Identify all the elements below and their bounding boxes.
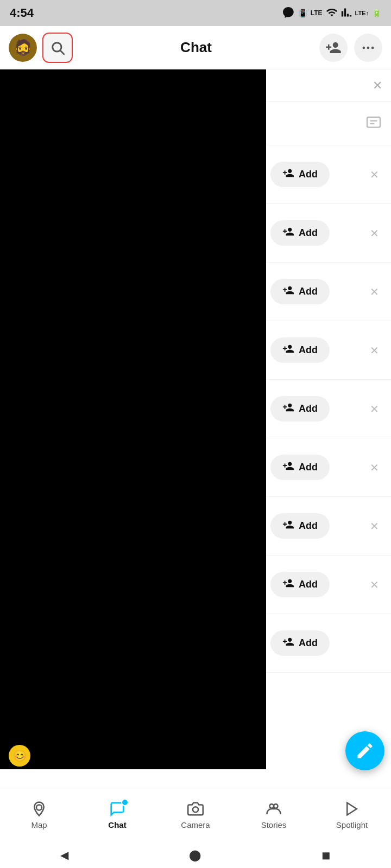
right-panel: ✕ Add ✕ [266, 69, 391, 769]
nav-item-spotlight[interactable]: Spotlight [313, 801, 391, 829]
close-row: ✕ [266, 69, 391, 102]
avatar-image: 🧔 [9, 34, 37, 62]
dismiss-button-7[interactable]: ✕ [365, 515, 383, 537]
add-button-4[interactable]: Add [270, 337, 330, 363]
add-row-2: Add ✕ [266, 204, 391, 263]
add-button-9[interactable]: Add [270, 630, 330, 656]
android-back-button[interactable]: ◀ [60, 848, 68, 861]
status-bar: 4:54 📳 LTE LTE↑ 🔋 [0, 0, 391, 26]
header-title: Chat [73, 39, 319, 56]
add-row-8: Add ✕ [266, 556, 391, 614]
nav-label-map: Map [31, 820, 47, 829]
dismiss-button-1[interactable]: ✕ [365, 164, 383, 186]
nav-label-camera: Camera [181, 820, 210, 829]
add-label-1: Add [299, 169, 318, 180]
add-person-icon-6 [282, 460, 294, 475]
nav-label-chat: Chat [108, 820, 126, 829]
search-button[interactable] [42, 33, 73, 63]
lte-icon: LTE [311, 9, 323, 17]
story-bottom: 😊 [0, 742, 266, 769]
add-button-3[interactable]: Add [270, 279, 330, 304]
bottom-nav: Map Chat Camera Stories [0, 788, 391, 842]
add-row-3: Add ✕ [266, 263, 391, 321]
nav-icon-wrap-stories [266, 801, 282, 817]
lte2-icon: LTE↑ [355, 10, 369, 16]
nav-item-chat[interactable]: Chat [78, 801, 156, 829]
add-row-1: Add ✕ [266, 145, 391, 204]
android-home-button[interactable]: ⬤ [189, 848, 201, 861]
add-person-icon-7 [282, 519, 294, 533]
chat-badge [121, 799, 129, 806]
add-button-1[interactable]: Add [270, 162, 330, 187]
story-avatar: 😊 [9, 745, 30, 767]
search-icon [50, 40, 65, 55]
add-rows-container: Add ✕ Add ✕ Add [266, 145, 391, 673]
svg-point-9 [193, 807, 198, 812]
add-button-8[interactable]: Add [270, 572, 330, 597]
add-label-7: Add [299, 520, 318, 532]
nav-label-stories: Stories [261, 820, 287, 829]
add-button-6[interactable]: Add [270, 455, 330, 480]
nav-label-spotlight: Spotlight [336, 820, 368, 829]
messenger-icon [282, 6, 295, 21]
add-friend-button[interactable] [319, 34, 348, 62]
add-label-2: Add [299, 227, 318, 239]
add-button-7[interactable]: Add [270, 513, 330, 539]
chat-icon-row [266, 102, 391, 145]
svg-line-1 [60, 50, 64, 54]
nav-item-stories[interactable]: Stories [235, 801, 313, 829]
android-nav: ◀ ⬤ ◼ [0, 842, 391, 868]
compose-fab[interactable] [345, 731, 384, 770]
add-button-5[interactable]: Add [270, 396, 330, 422]
add-row-5: Add ✕ [266, 380, 391, 438]
dismiss-button-8[interactable]: ✕ [365, 574, 383, 596]
add-label-4: Add [299, 344, 318, 356]
main-content: 😊 ✕ Add ✕ [0, 69, 391, 769]
header-right [319, 34, 382, 62]
add-row-4: Add ✕ [266, 321, 391, 380]
svg-point-2 [363, 46, 365, 49]
dismiss-button-3[interactable]: ✕ [365, 281, 383, 303]
add-label-5: Add [299, 403, 318, 414]
avatar[interactable]: 🧔 [9, 34, 37, 62]
nav-item-map[interactable]: Map [0, 801, 78, 829]
dismiss-button-2[interactable]: ✕ [365, 222, 383, 244]
dismiss-button-6[interactable]: ✕ [365, 457, 383, 478]
header: 🧔 Chat [0, 26, 391, 69]
nav-item-camera[interactable]: Camera [156, 801, 235, 829]
add-person-icon-4 [282, 343, 294, 358]
add-person-icon-8 [282, 577, 294, 592]
camera-icon [187, 801, 204, 817]
compose-icon [355, 741, 375, 761]
vibrate-icon: 📳 [298, 9, 307, 17]
more-options-button[interactable] [354, 34, 382, 62]
nav-icon-wrap-spotlight [344, 801, 360, 817]
svg-point-3 [367, 46, 370, 49]
svg-rect-5 [367, 117, 380, 127]
add-label-9: Add [299, 637, 318, 649]
add-label-6: Add [299, 462, 318, 473]
add-person-icon-1 [282, 167, 294, 182]
snap-preview[interactable]: 😊 [0, 69, 266, 769]
add-label-3: Add [299, 286, 318, 297]
chat-bubble-icon [365, 115, 382, 132]
android-recent-button[interactable]: ◼ [321, 848, 331, 861]
add-label-8: Add [299, 579, 318, 590]
signal-icon [341, 7, 352, 20]
add-button-2[interactable]: Add [270, 220, 330, 246]
add-friend-icon [325, 40, 342, 56]
dismiss-button-5[interactable]: ✕ [365, 398, 383, 420]
add-person-icon-5 [282, 401, 294, 416]
close-button[interactable]: ✕ [373, 79, 382, 93]
svg-point-11 [274, 804, 278, 808]
add-person-icon-9 [282, 636, 294, 650]
dismiss-button-4[interactable]: ✕ [365, 340, 383, 361]
more-icon [361, 40, 376, 55]
add-row-6: Add ✕ [266, 438, 391, 497]
map-icon [31, 801, 47, 817]
add-person-icon-2 [282, 226, 294, 240]
nav-icon-wrap-camera [187, 801, 204, 817]
battery-icon: 🔋 [372, 9, 381, 17]
status-time: 4:54 [10, 6, 34, 20]
add-person-icon-3 [282, 284, 294, 299]
